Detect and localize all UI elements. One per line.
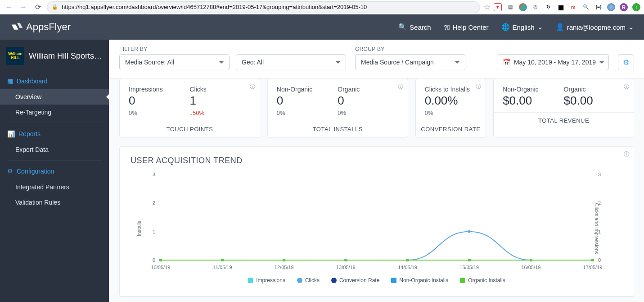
app-selector[interactable]: WilliamHILL William Hill Sports ... (0, 40, 109, 73)
svg-text:13/05/19: 13/05/19 (336, 265, 356, 270)
legend-item[interactable]: Clicks (297, 277, 320, 284)
legend-item[interactable]: Conversion Rate (331, 277, 379, 284)
svg-point-56 (591, 259, 594, 261)
ext-icon[interactable]: ▤ (506, 3, 514, 11)
appsflyer-icon (10, 20, 23, 34)
svg-point-30 (468, 230, 471, 233)
back-button[interactable]: ← (4, 2, 14, 13)
avatar-icon[interactable]: R (620, 3, 628, 11)
kpi-label: Non-Organic (277, 86, 338, 93)
kpi-total-revenue: ⓘ Non-Organic $0.00 Organic $0.00 TOTAL … (493, 79, 634, 137)
nav-validation-rules[interactable]: Validation Rules (0, 195, 109, 210)
group-by-label: GROUP BY (355, 46, 465, 52)
user-menu[interactable]: 👤rania@loopme.com⌄ (556, 23, 634, 31)
star-icon[interactable]: ☆ (484, 3, 490, 11)
ext-icon[interactable]: ↑ (632, 3, 640, 11)
chevron-down-icon: ⌄ (537, 23, 543, 31)
kpi-touch-points: ⓘ Impressions 0 0% Clicks 1 ↓50% (119, 79, 260, 137)
chart-legend: Impressions Clicks Conversion Rate Non-O… (131, 277, 623, 284)
help-button[interactable]: ?⃝Help Center (444, 23, 489, 31)
svg-text:3: 3 (598, 172, 601, 177)
kpi-label: Organic (338, 86, 398, 93)
info-icon[interactable]: ⓘ (624, 151, 629, 158)
svg-text:16/05/19: 16/05/19 (521, 265, 540, 270)
kpi-value: 0 (129, 94, 189, 108)
user-acquisition-chart-card: ⓘ USER ACQUISITION TREND Installs Clicks… (119, 146, 634, 297)
brand-logo[interactable]: AppsFlyer (10, 20, 71, 34)
y-axis-label-right: Clicks and Impressions (594, 203, 599, 254)
language-selector[interactable]: 🌐English⌄ (501, 23, 543, 31)
info-icon[interactable]: ⓘ (624, 83, 629, 91)
nav-export-data[interactable]: Export Data (0, 142, 109, 157)
nav-overview[interactable]: Overview (0, 89, 109, 105)
date-range-picker[interactable]: 📅May 10, 2019 - May 17, 2019 (497, 54, 609, 70)
ext-icon[interactable]: ◎ (531, 3, 540, 11)
svg-point-52 (344, 259, 347, 261)
kpi-delta: 0% (425, 110, 477, 116)
svg-text:3: 3 (153, 172, 155, 177)
kpi-footer: CONVERSION RATE (416, 121, 486, 137)
kpi-label: Non-Organic (503, 86, 563, 93)
nav-integrated-partners[interactable]: Integrated Partners (0, 179, 109, 195)
filter-by-label: FILTER BY (119, 46, 346, 52)
svg-point-50 (221, 259, 224, 261)
group-by-select[interactable]: Media Source / Campaign (355, 54, 465, 70)
ext-icon[interactable]: 🔍 (582, 3, 590, 11)
kpi-delta: 0% (338, 110, 398, 116)
kpi-value: 0.00% (425, 94, 477, 108)
svg-text:14/05/19: 14/05/19 (398, 265, 417, 270)
kpi-label: Clicks (189, 86, 250, 93)
svg-text:12/05/19: 12/05/19 (275, 265, 294, 270)
kpi-label: Clicks to Installs (425, 86, 477, 93)
ext-icon[interactable] (519, 3, 527, 11)
info-icon[interactable]: ⓘ (476, 83, 481, 91)
chevron-down-icon: ⌄ (628, 23, 634, 31)
app-topbar: AppsFlyer 🔍Search ?⃝Help Center 🌐English… (0, 14, 644, 40)
url-bar[interactable]: 🔒 https://hq1.appsflyer.com/dashboard/ov… (47, 1, 480, 13)
gear-icon: ⚙ (7, 168, 13, 175)
extension-icons: ▾ ▤ ◎ ↻ ▦ m 🔍 {=} R ↑ (494, 3, 640, 11)
geo-select[interactable]: Geo: All (236, 54, 346, 70)
kpi-value: $0.00 (564, 94, 625, 108)
lock-icon: 🔒 (52, 4, 58, 10)
app-name: William Hill Sports ... (29, 51, 103, 61)
sliders-icon: ⚙ (623, 58, 629, 67)
calendar-icon: 📅 (503, 59, 510, 66)
kpi-value: 0 (277, 94, 338, 108)
svg-text:11/05/19: 11/05/19 (213, 265, 232, 270)
legend-item[interactable]: Impressions (248, 277, 285, 284)
ext-icon[interactable] (607, 3, 615, 11)
svg-text:1: 1 (153, 229, 155, 234)
legend-item[interactable]: Organic Installs (460, 277, 505, 284)
info-icon[interactable]: ⓘ (398, 83, 403, 91)
info-icon[interactable]: ⓘ (250, 83, 255, 91)
kpi-total-installs: ⓘ Non-Organic 0 0% Organic 0 0% (267, 79, 408, 137)
legend-item[interactable]: Non-Organic Installs (391, 277, 448, 284)
forward-button[interactable]: → (18, 2, 29, 13)
nav-section-reports[interactable]: 📊Reports (0, 126, 109, 142)
main-content: FILTER BY Media Source: All Geo: All GRO… (109, 40, 644, 302)
ext-icon[interactable]: ▦ (557, 3, 565, 11)
kpi-footer: TOTAL REVENUE (494, 112, 634, 128)
svg-text:17/05/19: 17/05/19 (583, 265, 603, 270)
svg-point-51 (283, 259, 285, 261)
reload-button[interactable]: ⟳ (32, 2, 43, 13)
kpi-conversion-rate: ⓘ Clicks to Installs 0.00% 0% CONVERSION… (415, 79, 486, 137)
search-button[interactable]: 🔍Search (398, 23, 431, 31)
ext-icon[interactable]: {=} (594, 3, 603, 11)
ext-icon[interactable]: ▾ (494, 3, 502, 11)
kpi-delta: 0% (129, 110, 189, 116)
kpi-footer: TOUCH POINTS (120, 121, 260, 137)
chart-title: USER ACQUISITION TREND (131, 156, 623, 165)
svg-point-55 (530, 259, 532, 261)
nav-section-configuration[interactable]: ⚙Configuration (0, 163, 109, 179)
svg-point-49 (159, 259, 162, 261)
ext-icon[interactable]: m (569, 3, 577, 11)
ext-icon[interactable]: ↻ (544, 3, 552, 11)
search-icon: 🔍 (398, 23, 407, 31)
media-source-select[interactable]: Media Source: All (119, 54, 230, 70)
nav-retargeting[interactable]: Re-Targeting (0, 105, 109, 120)
nav-section-dashboard[interactable]: ▦Dashboard (0, 73, 109, 89)
filter-settings-button[interactable]: ⚙ (618, 54, 634, 70)
divider (7, 123, 102, 123)
